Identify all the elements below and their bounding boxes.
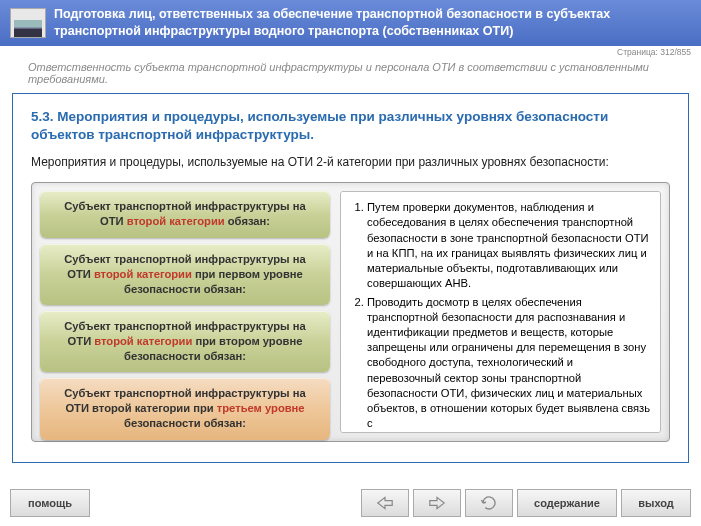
tab-category-general[interactable]: Субъект транспортной инфраструктуры на О… bbox=[40, 191, 330, 237]
tab-highlight: третьем уровне bbox=[217, 402, 305, 414]
content-panel: Субъект транспортной инфраструктуры на О… bbox=[31, 182, 670, 442]
prev-button[interactable] bbox=[361, 489, 409, 517]
tab-level-1[interactable]: Субъект транспортной инфраструктуры на О… bbox=[40, 244, 330, 305]
contents-button[interactable]: содержание bbox=[517, 489, 617, 517]
tab-level-2[interactable]: Субъект транспортной инфраструктуры на О… bbox=[40, 311, 330, 372]
obligations-list: Путем проверки документов, наблюдения и … bbox=[347, 200, 650, 431]
footer-bar: помощь содержание выход bbox=[0, 486, 701, 526]
exit-button[interactable]: выход bbox=[621, 489, 691, 517]
tab-highlight: второй категории bbox=[94, 268, 192, 280]
tab-text: безопасности обязан: bbox=[124, 417, 246, 429]
tab-highlight: второй категории bbox=[127, 215, 225, 227]
help-label: помощь bbox=[28, 497, 72, 509]
course-thumbnail bbox=[10, 8, 46, 38]
reload-button[interactable] bbox=[465, 489, 513, 517]
header-bar: Подготовка лиц, ответственных за обеспеч… bbox=[0, 0, 701, 46]
tab-level-3[interactable]: Субъект транспортной инфраструктуры на О… bbox=[40, 378, 330, 439]
next-button[interactable] bbox=[413, 489, 461, 517]
list-item: Путем проверки документов, наблюдения и … bbox=[367, 200, 650, 291]
section-title: 5.3. Мероприятия и процедуры, используем… bbox=[31, 108, 670, 144]
help-button[interactable]: помощь bbox=[10, 489, 90, 517]
course-title: Подготовка лиц, ответственных за обеспеч… bbox=[54, 6, 691, 40]
contents-label: содержание bbox=[534, 497, 600, 509]
detail-panel[interactable]: Путем проверки документов, наблюдения и … bbox=[340, 191, 661, 433]
tab-highlight: второй категории bbox=[94, 335, 192, 347]
page-indicator: Страница: 312/855 bbox=[0, 46, 701, 57]
list-item: Проводить досмотр в целях обеспечения тр… bbox=[367, 295, 650, 431]
reload-icon bbox=[480, 494, 498, 512]
intro-text: Мероприятия и процедуры, используемые на… bbox=[31, 154, 670, 170]
arrow-right-icon bbox=[427, 495, 447, 511]
content-frame: 5.3. Мероприятия и процедуры, используем… bbox=[12, 93, 689, 463]
tab-text: обязан: bbox=[225, 215, 270, 227]
exit-label: выход bbox=[638, 497, 674, 509]
tabs-column: Субъект транспортной инфраструктуры на О… bbox=[40, 191, 330, 433]
subtitle-text: Ответственность субъекта транспортной ин… bbox=[0, 57, 701, 93]
arrow-left-icon bbox=[375, 495, 395, 511]
